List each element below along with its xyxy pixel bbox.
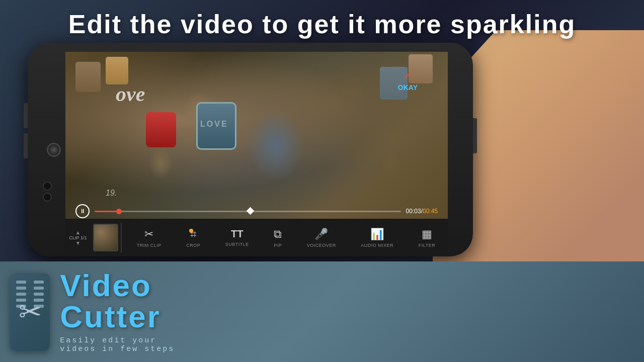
- pip-icon: ⧉: [274, 228, 282, 241]
- speaker-dot-2: [43, 193, 52, 202]
- app-title: Video Cutter: [60, 270, 196, 332]
- app-title-part1: Video: [60, 268, 152, 303]
- filter-icon: ▦: [422, 228, 432, 241]
- video-screen: LOVE ove 19. ✓ OKAY ⏸: [65, 52, 448, 223]
- pip-label: PIP: [274, 243, 282, 248]
- clip-label: CLIP 1/1: [69, 235, 87, 240]
- phone-volume-down: [24, 133, 28, 158]
- phone-volume-up: [24, 103, 28, 128]
- tool-pip[interactable]: ⧉ PIP: [270, 225, 286, 250]
- clip-nav-down-icon[interactable]: ▼: [75, 240, 80, 246]
- grid-bar: [16, 293, 26, 296]
- phone-toolbar: ▲ CLIP 1/1 ▼ ✂ TRIM CLIP: [65, 219, 448, 256]
- app-subtitle: Easily edit your videos in few steps: [60, 336, 196, 353]
- tool-voiceover[interactable]: 🎤 VOICEOVER: [303, 225, 340, 250]
- grid-bar: [34, 287, 44, 290]
- time-total: 00:45: [423, 208, 438, 215]
- logo-box: ✂: [10, 273, 50, 351]
- logo-area: ✂ Video Cutter Easily edit your videos i…: [0, 261, 206, 362]
- crop-notification-dot: [189, 229, 193, 233]
- tool-filter[interactable]: ▦ FILTER: [415, 225, 439, 250]
- okay-button[interactable]: ✓ OKAY: [398, 69, 418, 92]
- video-content: LOVE ove 19. ✓ OKAY ⏸: [65, 52, 448, 223]
- video-number: 19.: [106, 189, 117, 198]
- progress-area: ⏸ 00:03/00:45: [75, 204, 438, 219]
- audio-mixer-icon: 📊: [370, 228, 384, 241]
- grid-bar: [16, 287, 26, 290]
- tool-trim-clip[interactable]: ✂ TRIM CLIP: [133, 225, 166, 250]
- phone-power-btn: [473, 118, 477, 153]
- time-current: 00:03: [406, 208, 421, 215]
- crop-label: CROP: [186, 243, 200, 248]
- play-pause-icon: ⏸: [79, 208, 86, 215]
- okay-checkmark-icon: ✓: [403, 69, 412, 82]
- trim-icon: ✂: [144, 228, 153, 241]
- grid-bar: [16, 281, 26, 284]
- tool-items-container: ✂ TRIM CLIP ⌗ CROP TT SUBTITLE: [124, 225, 448, 250]
- subtitle-icon: TT: [231, 228, 243, 240]
- love-text-small: LOVE: [200, 120, 228, 129]
- lock-heart: [146, 112, 176, 147]
- lock-1: [75, 62, 101, 92]
- trim-label: TRIM CLIP: [137, 243, 162, 248]
- tool-audio-mixer[interactable]: 📊 AUDIO MIXER: [357, 225, 397, 250]
- filter-label: FILTER: [419, 243, 435, 248]
- progress-marker: [247, 207, 255, 215]
- scissors-icon: ✂: [19, 296, 42, 328]
- app-title-part2: Cutter: [60, 299, 161, 334]
- toolbar-divider: [121, 223, 122, 253]
- grid-bar: [34, 293, 44, 296]
- progress-bar[interactable]: [95, 211, 401, 212]
- audio-mixer-label: AUDIO MIXER: [361, 243, 393, 248]
- lock-2: [106, 57, 128, 84]
- phone-body: LOVE ove 19. ✓ OKAY ⏸: [28, 43, 473, 256]
- voiceover-label: VOICEOVER: [307, 243, 336, 248]
- clip-nav-up-icon[interactable]: ▲: [75, 230, 80, 235]
- phone-speaker: [43, 182, 52, 202]
- main-heading: Edit the video to get it more sparkling: [0, 9, 644, 39]
- progress-handle: [116, 209, 122, 214]
- top-section: Edit the video to get it more sparkling: [0, 0, 644, 261]
- tool-subtitle[interactable]: TT SUBTITLE: [221, 226, 253, 249]
- subtitle-label: SUBTITLE: [225, 242, 249, 247]
- clip-thumbnail[interactable]: [93, 224, 118, 251]
- time-display: 00:03/00:45: [406, 208, 438, 215]
- progress-fill: [95, 211, 119, 212]
- phone-container: LOVE ove 19. ✓ OKAY ⏸: [28, 43, 475, 259]
- grid-bar: [34, 281, 44, 284]
- speaker-dot-1: [43, 182, 52, 191]
- clip-info: ▲ CLIP 1/1 ▼: [65, 227, 91, 248]
- love-cursive: ove: [116, 82, 145, 106]
- phone-camera: [47, 143, 61, 157]
- play-pause-button[interactable]: ⏸: [75, 204, 90, 218]
- voiceover-icon: 🎤: [314, 228, 328, 241]
- tool-crop[interactable]: ⌗ CROP: [182, 225, 204, 250]
- app-name-area: Video Cutter Easily edit your videos in …: [50, 270, 196, 353]
- okay-label: OKAY: [398, 83, 418, 92]
- bottom-section: ✂ Video Cutter Easily edit your videos i…: [0, 261, 644, 362]
